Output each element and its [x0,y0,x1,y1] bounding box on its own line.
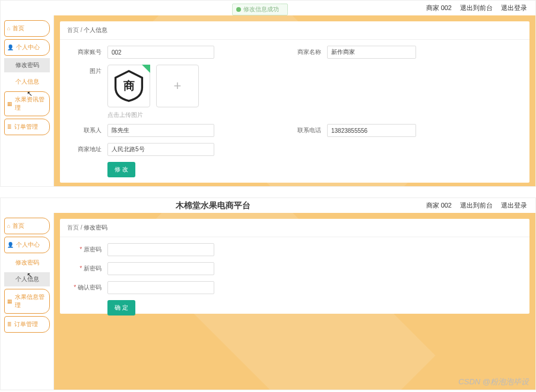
check-corner-icon [142,65,150,73]
home-icon: ⌂ [7,223,10,229]
user-badge: 商家 002 [426,4,452,12]
nav-order-manage[interactable]: ≣订单管理 [4,316,50,333]
grid-icon: ▦ [7,298,12,304]
label-address: 商家地址 [66,143,102,154]
nav-user-center[interactable]: 👤个人中心 [4,237,50,253]
subnav-profile[interactable]: 个人信息 [4,75,50,89]
phone-input[interactable] [327,124,416,137]
subnav-change-password[interactable]: 修改密码 [4,256,50,270]
name-input[interactable] [327,46,416,59]
add-image-button[interactable]: + [156,65,199,107]
user-badge: 商家 002 [426,201,452,210]
contact-input[interactable] [107,124,214,137]
breadcrumb-current: 个人信息 [84,27,107,33]
home-icon: ⌂ [7,26,10,31]
label-contact: 联系人 [66,124,102,135]
back-link[interactable]: 退出到前台 [460,4,493,12]
content-panel: 首页 / 个人信息 商家账号 商家名称 图片 [60,21,529,183]
list-icon: ≣ [7,124,12,130]
back-link[interactable]: 退出到前台 [460,201,493,210]
breadcrumb: 首页 / 个人信息 [60,21,529,40]
breadcrumb-root[interactable]: 首页 [67,224,79,231]
nav-home[interactable]: ⌂首页 [4,218,50,234]
logout-link[interactable]: 退出登录 [501,4,527,12]
label-old-password: 原密码 [66,243,102,254]
sidebar: ⌂首页 👤个人中心 修改密码 个人信息 ▦水果信息管理 ≣订单管理 ↖ [1,213,54,390]
shop-logo-icon: 商 [112,69,145,103]
grid-icon: ▦ [7,101,12,107]
user-icon: 👤 [7,242,14,248]
logout-link[interactable]: 退出登录 [501,201,527,210]
label-new-password: 新密码 [66,262,102,273]
upload-tip: 点击上传图片 [107,111,524,119]
content-panel: 首页 / 修改密码 原密码 新密码 确认密码 确 定 [60,219,529,314]
nav-fruit-manage[interactable]: ▦水果资讯管理 [4,91,50,116]
breadcrumb-root[interactable]: 首页 [67,27,79,33]
subnav-profile[interactable]: 个人信息 [4,272,50,286]
account-input[interactable] [107,46,214,59]
address-input[interactable] [107,143,214,156]
save-button[interactable]: 修 改 [107,162,135,177]
nav-home[interactable]: ⌂首页 [4,20,50,37]
label-account: 商家账号 [66,46,102,56]
svg-text:商: 商 [123,79,135,92]
sidebar: ⌂首页 👤个人中心 修改密码 个人信息 ▦水果资讯管理 ≣订单管理 ↖ [1,15,54,186]
nav-fruit-manage[interactable]: ▦水果信息管理 [4,289,50,314]
label-phone: 联系电话 [286,124,321,135]
nav-order-manage[interactable]: ≣订单管理 [4,119,50,135]
old-password-input[interactable] [107,243,214,256]
label-name: 商家名称 [286,46,321,56]
breadcrumb: 首页 / 修改密码 [60,219,529,237]
list-icon: ≣ [7,321,12,327]
confirm-password-input[interactable] [107,281,214,294]
watermark: CSDN @粉泡泡毕设 [458,377,529,387]
confirm-button[interactable]: 确 定 [107,300,135,315]
label-image: 图片 [66,65,102,75]
user-icon: 👤 [7,44,14,50]
image-thumbnail[interactable]: 商 [107,65,150,107]
subnav-change-password[interactable]: 修改密码 [4,58,50,72]
label-confirm-password: 确认密码 [66,281,102,292]
breadcrumb-current: 修改密码 [84,224,107,231]
nav-user-center[interactable]: 👤个人中心 [4,39,50,56]
new-password-input[interactable] [107,262,214,275]
